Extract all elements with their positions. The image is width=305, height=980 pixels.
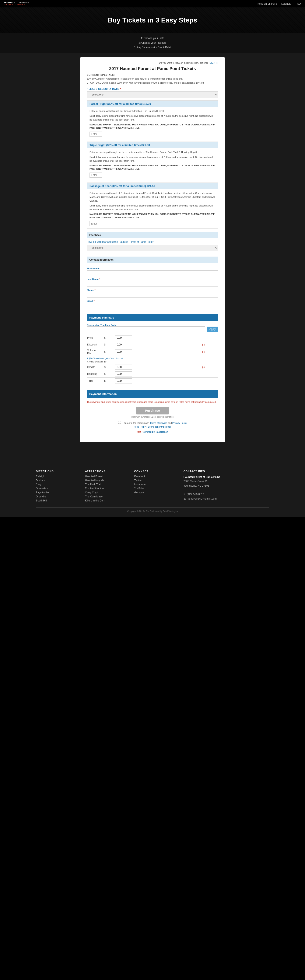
pkg-header-package-fear: Package of Fear (30% off for a limited t…	[87, 183, 218, 189]
footer-attractions-heading: ATTRACTIONS	[85, 470, 128, 473]
package-of-fear: Package of Fear (30% off for a limited t…	[87, 183, 218, 229]
apply-button[interactable]: Apply	[207, 326, 218, 332]
nav-link-calendar[interactable]: Calendar	[281, 2, 291, 5]
pkg-body-triple-fright: Entry for one to go through our three ma…	[87, 148, 218, 180]
footer-directions-heading: DIRECTIONS	[36, 470, 79, 473]
footer-dir-fayetteville[interactable]: Fayetteville	[36, 491, 79, 494]
email-input[interactable]	[87, 303, 218, 309]
feedback-section-header: Feedback	[87, 232, 218, 238]
footer-dir-grenville[interactable]: Grenville	[36, 495, 79, 498]
discount-input[interactable]	[87, 326, 205, 332]
payment-notice: The payment and credit card section is n…	[87, 400, 218, 404]
terms-checkbox[interactable]	[118, 421, 121, 424]
credits-input	[115, 364, 132, 370]
handling-label: Handling	[87, 371, 104, 377]
discount-price-label: Discount	[87, 341, 104, 348]
special-1: 30% off Customer Appreciation Tickets ar…	[87, 77, 218, 81]
step-1: 1: Choose your Date	[3, 36, 302, 41]
form-box: Do you want to view an existing order? o…	[80, 57, 225, 442]
date-select[interactable]: -- select one --	[87, 91, 218, 98]
feedback-body: How did you hear about the Haunted Fores…	[87, 238, 218, 253]
phone-input[interactable]	[87, 292, 218, 298]
footer-connect-facebook[interactable]: Facebook	[134, 475, 177, 478]
discount-price-input	[115, 342, 132, 347]
package-forest-fright: Forest Fright (30% off for a limited tim…	[87, 100, 218, 139]
terms-privacy-link[interactable]: Privacy Policy	[172, 422, 187, 424]
date-section-label: PLEASE SELECT A DATE *	[87, 88, 218, 90]
footer-connect-youtube[interactable]: YouTube	[134, 487, 177, 490]
price-label: Price	[87, 334, 104, 341]
signin-link[interactable]: SIGN IN	[210, 62, 218, 64]
min-purchase-note: minimum purchase: $1 set desired quantit…	[87, 416, 218, 418]
nav-link-panic[interactable]: Panic on St. Pat's	[257, 2, 277, 5]
footer-dir-cary[interactable]: Cary	[36, 483, 79, 486]
pkg-note2-package-fear: MAKE SURE TO PRINT, SIGN AND BRING YOUR …	[89, 213, 216, 220]
footer-attr-haunted-hayride[interactable]: Haunted Hayride	[85, 479, 128, 482]
signin-row: Do you want to view an existing order? o…	[87, 62, 218, 64]
last-name-label: Last Name *	[87, 278, 218, 280]
last-name-input[interactable]	[87, 281, 218, 287]
pkg-header-triple-fright: Triple Fright (30% off for a limited tim…	[87, 142, 218, 148]
terms-row: I agree to the RaceReach Terms of Servic…	[87, 421, 218, 424]
footer-attr-corn-maze[interactable]: The Corn Maze	[85, 495, 128, 498]
credits-label: Credits	[87, 364, 104, 371]
site-header: HAUNTED FOREST AT PANIC POINT Panic on S…	[0, 0, 305, 8]
payment-summary-body: Discount or Tracking Code Apply Price $ …	[87, 321, 218, 387]
step-2: 2: Choose your Package	[3, 41, 302, 45]
footer-contact-text: Haunted Forest at Panic Point 2808 Cedar…	[183, 475, 269, 501]
payment-info-body: The payment and credit card section is n…	[87, 398, 218, 436]
footer-email: PanicPointNC@gmail.com	[187, 497, 217, 500]
credits-note-row: If $50.00 and over get a 10% discount Cr…	[87, 356, 218, 364]
step-3: 3: Pay Securely with Credit/Debit	[3, 45, 302, 50]
first-name-input[interactable]	[87, 270, 218, 276]
footer-connect-googleplus[interactable]: Google+	[134, 491, 177, 494]
price-row: Price $	[87, 334, 218, 341]
footer-dir-south-hill[interactable]: South Hill	[36, 499, 79, 502]
footer-dir-durham[interactable]: Durham	[36, 479, 79, 482]
footer-phone-label: P:	[183, 493, 186, 496]
footer-attr-carry-crypt[interactable]: Carry Crypt	[85, 491, 128, 494]
terms-service-link[interactable]: Terms of Service	[150, 422, 167, 424]
signin-prompt: Do you want to view an existing order? o…	[159, 62, 208, 64]
footer-connect-heading: CONNECT	[134, 470, 177, 473]
handling-row: Handling $	[87, 371, 218, 377]
footer-dir-raleigh[interactable]: Raleigh	[36, 475, 79, 478]
footer-contact: CONTACT INFO Haunted Forest at Panic Poi…	[183, 470, 269, 503]
qty-package-fear[interactable]	[89, 221, 102, 226]
total-label: Total	[87, 377, 104, 385]
footer-grid: DIRECTIONS Raleigh Durham Cary Greensbor…	[36, 470, 269, 503]
footer-connect-twitter[interactable]: Twitter	[134, 479, 177, 482]
donate-help-link[interactable]: Need Help?	[133, 425, 146, 428]
nav-link-faq[interactable]: FAQ	[295, 2, 301, 5]
footer-connect-instagram[interactable]: Instagram	[134, 483, 177, 486]
footer-dir-greensboro[interactable]: Greensboro	[36, 487, 79, 490]
pkg-note1-package-fear: Don't delay, online discount pricing for…	[89, 204, 216, 212]
footer-contact-heading: CONTACT INFO	[183, 470, 269, 473]
footer-directions: DIRECTIONS Raleigh Durham Cary Greensbor…	[36, 470, 79, 503]
payment-summary-header: Payment Summary	[87, 314, 218, 321]
footer-attr-haunted-forest[interactable]: Haunted Forest	[85, 475, 128, 478]
pkg-header-forest-fright: Forest Fright (30% off for a limited tim…	[87, 100, 218, 107]
footer-attr-zombie-shootout[interactable]: Zombie Shootout	[85, 487, 128, 490]
pkg-note2-triple-fright: MAKE SURE TO PRINT, SIGN AND BRING YOUR …	[89, 164, 216, 171]
donate-board-link[interactable]: Board donor trips page	[148, 425, 172, 428]
pkg-body-package-fear: Entry for one to go through all 6 attrac…	[87, 189, 218, 228]
contact-body: First Name * Last Name * Phone * Email *	[87, 263, 218, 310]
donate-row: Need Help? | Board donor trips page	[87, 425, 218, 428]
qty-forest-fright[interactable]	[89, 132, 102, 137]
footer-address1: 2808 Cedar Creek Rd	[183, 480, 208, 483]
footer-email-label: E:	[183, 497, 186, 500]
volume-disc-row: VolumeDisc. $ (-)	[87, 348, 218, 356]
email-label: Email *	[87, 300, 218, 302]
page-title: 2017 Haunted Forest at Panic Point Ticke…	[87, 66, 218, 71]
handling-input	[115, 371, 132, 377]
footer-attr-dark-trail[interactable]: The Dark Trail	[85, 483, 128, 486]
discount-price-row: Discount $ (-)	[87, 341, 218, 348]
footer-contact-name: Haunted Forest at Panic Point	[183, 476, 220, 479]
credits-row: Credits $ (-)	[87, 364, 218, 371]
qty-triple-fright[interactable]	[89, 173, 102, 178]
footer-attr-killers-corn[interactable]: Killers in the Corn	[85, 499, 128, 502]
volume-disc-label: VolumeDisc.	[87, 348, 104, 356]
feedback-select[interactable]: -- select one --	[87, 245, 218, 251]
purchase-button[interactable]: Purchase	[137, 407, 168, 414]
